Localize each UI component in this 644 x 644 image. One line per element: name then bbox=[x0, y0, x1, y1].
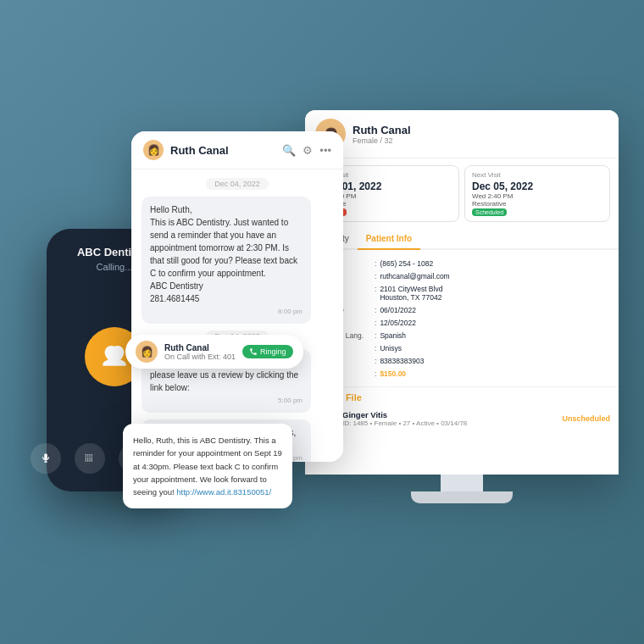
mobile-value: (865) 254 - 1082 bbox=[380, 259, 433, 268]
email-value: ruthcanal@gmail.com bbox=[380, 272, 449, 280]
chat-message-1: Hello Ruth, This is ABC Dentistry. Just … bbox=[142, 197, 311, 324]
msg-time-2: 5:00 pm bbox=[150, 396, 303, 406]
hyg-due-row: Hyg Due : 12/05/2022 bbox=[314, 316, 610, 329]
next-visit-date: Dec 05, 2022 bbox=[472, 180, 602, 192]
balance-value: $150.00 bbox=[380, 369, 406, 378]
family-name: Ginger Vitis bbox=[342, 410, 555, 419]
chat-window-name: Ruth Canal bbox=[170, 144, 229, 157]
family-details: ID: 1485 • Female • 27 • Active • 03/14/… bbox=[342, 419, 555, 427]
chat-header-left: 👩 Ruth Canal bbox=[143, 140, 229, 160]
msg-time-1: 8:00 pm bbox=[150, 307, 303, 317]
family-member-ginger: 👩 Ginger Vitis ID: 1485 • Female • 27 • … bbox=[314, 408, 610, 430]
preferred-lang-value: Spanish bbox=[380, 331, 406, 340]
address-value: 2101 CityWest Blvd Houston, TX 77042 bbox=[380, 285, 442, 302]
caller-info: Ruth Canal On Call with Ext: 401 bbox=[164, 343, 236, 361]
search-icon[interactable]: 🔍 bbox=[282, 144, 296, 157]
next-visit-label: Next Visit bbox=[472, 171, 602, 179]
tab-patient-info[interactable]: Patient Info bbox=[358, 229, 420, 250]
pri-ins-id-row: Pri Ins ID : 83838383903 bbox=[314, 354, 610, 367]
family-file-title: Family File bbox=[314, 392, 610, 402]
calling-label: Calling... bbox=[97, 262, 133, 272]
family-info: Ginger Vitis ID: 1485 • Female • 27 • Ac… bbox=[342, 410, 555, 427]
mute-button[interactable] bbox=[31, 443, 61, 474]
sms-text: Hello, Ruth, this is ABC Dentistry. This… bbox=[133, 436, 282, 497]
email-row: Email : ruthcanal@gmail.com bbox=[314, 269, 610, 282]
more-icon[interactable]: ••• bbox=[319, 144, 331, 157]
chat-window-body: Dec 04, 2022 Hello Ruth, This is ABC Den… bbox=[131, 169, 343, 462]
info-tabs: Activity Patient Info bbox=[305, 229, 619, 250]
next-visit-subdate: Wed 2:40 PM bbox=[472, 192, 602, 200]
patient-info-table: Mobile : (865) 254 - 1082 Email : ruthca… bbox=[305, 250, 619, 386]
hyg-due-value: 12/05/2022 bbox=[380, 319, 416, 327]
patient-panel: 👩 Ruth Canal Female / 32 Last Visit Jun … bbox=[305, 110, 619, 475]
balance-row: Balance : $150.00 bbox=[314, 367, 610, 380]
pri-ins-id-value: 83838383903 bbox=[380, 357, 424, 365]
caller-ext: On Call with Ext: 401 bbox=[164, 353, 236, 361]
pri-ins-row: Pri Ins : Unisys bbox=[314, 341, 610, 354]
caller-name: Ruth Canal bbox=[164, 343, 236, 353]
keypad-button[interactable] bbox=[75, 443, 105, 474]
monitor: 👩 Ruth Canal Female / 32 Last Visit Jun … bbox=[305, 110, 619, 503]
patient-name: Ruth Canal bbox=[353, 124, 608, 136]
sms-popup: Hello, Ruth, this is ABC Dentistry. This… bbox=[123, 424, 292, 508]
scheduled-badge: Scheduled bbox=[472, 208, 507, 216]
monitor-screen: 👩 Ruth Canal Female / 32 Last Visit Jun … bbox=[305, 110, 619, 475]
chat-header-icons: 🔍 ⚙ ••• bbox=[282, 144, 331, 157]
patient-name-block: Ruth Canal Female / 32 bbox=[353, 124, 608, 145]
patient-gender-age: Female / 32 bbox=[353, 136, 608, 145]
family-status: Unscheduled bbox=[562, 414, 610, 423]
preferred-lang-row: Preferred Lang. : Spanish bbox=[314, 329, 610, 341]
address-row: Address : 2101 CityWest Blvd Houston, TX… bbox=[314, 282, 610, 303]
mobile-row: Mobile : (865) 254 - 1082 bbox=[314, 257, 610, 269]
sms-link: http://www.ad.it.83150051/ bbox=[176, 487, 271, 497]
chat-window-header: 👩 Ruth Canal 🔍 ⚙ ••• bbox=[131, 131, 343, 169]
pri-ins-value: Unisys bbox=[380, 344, 402, 353]
next-visit-card: Next Visit Dec 05, 2022 Wed 2:40 PM Rest… bbox=[464, 165, 610, 222]
family-section: Family File 👩 Ginger Vitis ID: 1485 • Fe… bbox=[305, 386, 619, 435]
call-notification: 👩 Ruth Canal On Call with Ext: 401 Ringi… bbox=[125, 335, 303, 369]
due-date-value: 06/01/2022 bbox=[380, 306, 416, 314]
patient-header: 👩 Ruth Canal Female / 32 bbox=[305, 110, 619, 158]
ringing-badge: Ringing bbox=[242, 345, 293, 358]
monitor-stand-base bbox=[411, 491, 513, 503]
visit-cards: Last Visit Jun 01, 2022 Fri 4:20 PM Hygi… bbox=[305, 158, 619, 229]
due-date-row: Due Date : 06/01/2022 bbox=[314, 303, 610, 316]
filter-icon[interactable]: ⚙ bbox=[303, 144, 313, 157]
caller-avatar: 👩 bbox=[136, 341, 158, 363]
monitor-stand-neck bbox=[441, 475, 483, 491]
chat-window: 👩 Ruth Canal 🔍 ⚙ ••• Dec 04, 2022 Hello … bbox=[131, 131, 343, 462]
next-visit-type: Restorative bbox=[472, 200, 602, 208]
date-chip-1: Dec 04, 2022 bbox=[206, 178, 269, 190]
chat-avatar: 👩 bbox=[143, 140, 164, 160]
